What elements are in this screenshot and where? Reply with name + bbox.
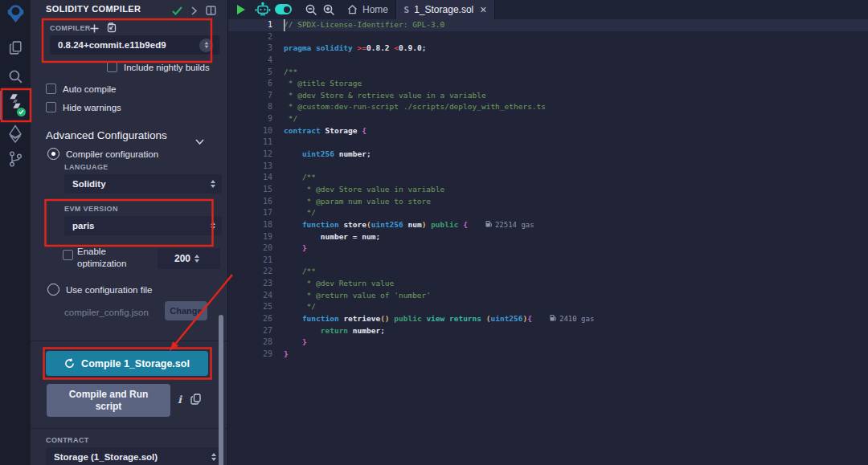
compiler-version-value: 0.8.24+commit.e11b9ed9 xyxy=(58,40,199,50)
line-content: } xyxy=(284,349,289,361)
code-line[interactable]: 16 * @param num value to store xyxy=(228,196,868,208)
search-icon[interactable] xyxy=(0,68,31,85)
line-number: 6 xyxy=(228,78,284,90)
code-line[interactable]: 17 */ xyxy=(228,207,868,219)
use-config-file-radio[interactable] xyxy=(47,283,59,296)
line-content: */ xyxy=(284,301,316,313)
git-icon[interactable] xyxy=(0,150,31,168)
code-line[interactable]: 12 uint256 number; xyxy=(228,149,868,161)
code-line[interactable]: 28 } xyxy=(228,337,868,349)
copilot-toggle-icon[interactable] xyxy=(275,4,292,14)
line-number: 22 xyxy=(228,266,284,278)
code-line[interactable]: 20 } xyxy=(228,243,868,255)
run-script-icon[interactable] xyxy=(237,5,245,14)
panel-layout-icon[interactable] xyxy=(206,4,216,18)
compiler-configuration-radio-row[interactable]: Compiler configuration xyxy=(47,148,158,160)
code-line[interactable]: 3pragma solidity >=0.8.2 <0.9.0; xyxy=(228,43,868,55)
panel-scrollbar[interactable] xyxy=(219,315,223,465)
code-line[interactable]: 6 * @title Storage xyxy=(228,78,868,90)
change-config-button[interactable]: Change xyxy=(165,301,207,320)
code-line[interactable]: 13 xyxy=(228,161,868,173)
close-icon[interactable]: × xyxy=(480,4,486,15)
line-content: */ xyxy=(284,207,316,219)
compiler-version-select[interactable]: 0.8.24+commit.e11b9ed9 xyxy=(50,35,219,55)
contract-select[interactable]: Storage (1_Storage.sol) xyxy=(46,447,223,465)
panel-title: SOLIDITY COMPILER xyxy=(46,4,141,14)
code-line[interactable]: 18 function store(uint256 num) public {2… xyxy=(228,219,868,231)
code-line[interactable]: 29} xyxy=(228,349,868,361)
runs-spinner-icon[interactable] xyxy=(194,255,199,263)
enable-optimization-checkbox[interactable] xyxy=(63,250,73,260)
use-config-file-radio-row[interactable]: Use configuration file xyxy=(47,283,152,296)
line-number: 26 xyxy=(228,313,284,325)
compile-success-badge xyxy=(17,108,26,116)
code-line[interactable]: 23 * @dev Return value xyxy=(228,278,868,290)
code-line[interactable]: 10contract Storage { xyxy=(228,125,868,137)
line-number: 1 xyxy=(228,19,284,31)
line-number: 20 xyxy=(228,243,284,255)
include-nightly-checkbox-row[interactable]: Include nightly builds xyxy=(107,62,210,72)
code-line[interactable]: 14 /** xyxy=(228,172,868,184)
select-arrows-icon xyxy=(211,180,215,188)
code-line[interactable]: 11 xyxy=(228,137,868,149)
include-nightly-checkbox[interactable] xyxy=(107,62,117,72)
file-explorer-icon[interactable] xyxy=(0,39,31,56)
zoom-in-icon[interactable] xyxy=(322,3,335,19)
line-number: 12 xyxy=(228,149,284,161)
info-icon[interactable]: i xyxy=(178,394,182,406)
line-number: 3 xyxy=(228,43,284,55)
code-line[interactable]: 21 xyxy=(228,255,868,267)
line-content: } xyxy=(284,243,307,255)
tab-1-storage-sol[interactable]: S 1_Storage.sol × xyxy=(395,0,495,19)
code-line[interactable]: 24 * @return value of 'number' xyxy=(228,290,868,302)
hide-warnings-checkbox-row[interactable]: Hide warnings xyxy=(46,102,121,112)
remix-logo[interactable] xyxy=(0,3,31,25)
code-line[interactable]: 8 * @custom:dev-run-script ./scripts/dep… xyxy=(228,101,868,113)
code-line[interactable]: 1// SPDX-License-Identifier: GPL-3.0 xyxy=(228,19,868,31)
copy-icon[interactable] xyxy=(190,394,201,408)
code-line[interactable]: 19 number = num; xyxy=(228,231,868,243)
ai-assistant-icon[interactable] xyxy=(255,2,271,20)
advanced-configurations-title[interactable]: Advanced Configurations xyxy=(46,129,167,141)
solidity-compiler-icon[interactable] xyxy=(0,92,31,110)
hide-warnings-checkbox[interactable] xyxy=(46,102,56,112)
auto-compile-checkbox[interactable] xyxy=(46,84,56,94)
zoom-out-icon[interactable] xyxy=(305,3,317,19)
compile-and-run-button[interactable]: Compile and Run script xyxy=(47,384,170,417)
use-config-file-label: Use configuration file xyxy=(66,285,152,295)
code-line[interactable]: 22 /** xyxy=(228,266,868,278)
code-line[interactable]: 26 function retrieve() public view retur… xyxy=(228,313,868,325)
code-line[interactable]: 7 * @dev Store & retrieve value in a var… xyxy=(228,90,868,102)
evm-version-value: paris xyxy=(72,221,211,230)
auto-compile-checkbox-row[interactable]: Auto compile xyxy=(46,84,116,94)
code-line[interactable]: 4 xyxy=(228,55,868,67)
add-compiler-icon[interactable] xyxy=(90,22,99,36)
line-content: * @custom:dev-run-script ./scripts/deplo… xyxy=(284,101,546,113)
chevron-down-icon[interactable] xyxy=(195,133,204,148)
line-number: 29 xyxy=(228,349,284,361)
compile-button[interactable]: Compile 1_Storage.sol xyxy=(46,351,208,376)
compile-button-label: Compile 1_Storage.sol xyxy=(81,358,190,369)
import-compiler-icon[interactable] xyxy=(106,22,117,36)
chevron-right-icon[interactable] xyxy=(191,4,197,18)
code-line[interactable]: 15 * @dev Store value in variable xyxy=(228,184,868,196)
tab-home[interactable]: Home xyxy=(339,0,396,19)
remix-ide-window: SOLIDITY COMPILER COMPILER 0.8.24+commit… xyxy=(0,0,868,465)
version-spinner-icon[interactable] xyxy=(199,39,213,52)
compiler-configuration-radio[interactable] xyxy=(47,148,59,160)
code-line[interactable]: 2 xyxy=(228,31,868,43)
code-line[interactable]: 5/** xyxy=(228,67,868,79)
line-number: 25 xyxy=(228,301,284,313)
code-line[interactable]: 25 */ xyxy=(228,301,868,313)
line-number: 5 xyxy=(228,67,284,79)
deploy-run-icon[interactable] xyxy=(0,124,31,144)
evm-version-select[interactable]: paris xyxy=(64,216,222,235)
code-line[interactable]: 9 */ xyxy=(228,113,868,125)
home-icon xyxy=(347,5,358,14)
optimization-runs-input[interactable] xyxy=(158,248,220,269)
line-content: return number; xyxy=(284,325,385,337)
language-select[interactable]: Solidity xyxy=(64,174,222,194)
code-line[interactable]: 27 return number; xyxy=(228,325,868,337)
line-content: /** xyxy=(284,266,316,278)
enable-optimization-label: Enable optimization xyxy=(77,246,133,270)
